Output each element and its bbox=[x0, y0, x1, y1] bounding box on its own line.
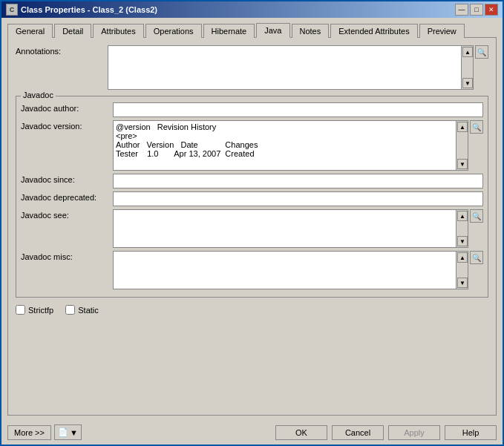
javadoc-group: Javadoc Javadoc author: Javadoc version:… bbox=[16, 96, 488, 298]
bottom-right: OK Cancel Apply Help bbox=[275, 425, 497, 440]
minimize-button[interactable]: — bbox=[455, 4, 468, 16]
javadoc-since-row: Javadoc since: bbox=[21, 174, 483, 188]
javadoc-since-control bbox=[113, 174, 483, 188]
maximize-button[interactable]: □ bbox=[470, 4, 483, 16]
annotations-input[interactable] bbox=[108, 46, 461, 89]
javadoc-group-label: Javadoc bbox=[21, 91, 56, 99]
annotations-textarea-wrap: ▲ ▼ bbox=[108, 45, 474, 90]
misc-scroll-up[interactable]: ▲ bbox=[457, 252, 468, 263]
javadoc-since-label: Javadoc since: bbox=[21, 174, 110, 184]
annotations-control: ▲ ▼ 🔍 bbox=[108, 45, 488, 90]
javadoc-author-control bbox=[113, 102, 483, 117]
javadoc-misc-search-button[interactable]: 🔍 bbox=[470, 251, 483, 264]
javadoc-misc-control: ▲ ▼ 🔍 bbox=[113, 251, 483, 289]
javadoc-deprecated-control bbox=[113, 191, 483, 206]
javadoc-misc-label: Javadoc misc: bbox=[21, 251, 110, 261]
bottom-left: More >> 📄 ▼ bbox=[7, 424, 82, 440]
strictfp-item: Strictfp bbox=[16, 305, 53, 315]
cancel-button[interactable]: Cancel bbox=[332, 425, 384, 440]
annotations-scroll-up[interactable]: ▲ bbox=[462, 47, 473, 57]
javadoc-deprecated-row: Javadoc deprecated: bbox=[21, 191, 483, 206]
javadoc-deprecated-input[interactable] bbox=[113, 191, 483, 206]
javadoc-see-input[interactable] bbox=[114, 210, 456, 247]
javadoc-author-input[interactable] bbox=[113, 102, 483, 117]
javadoc-version-wrap: @version Revision History <pre> Author V… bbox=[113, 120, 468, 171]
doc-dropdown-icon: ▼ bbox=[70, 428, 78, 437]
javadoc-version-search-button[interactable]: 🔍 bbox=[470, 120, 483, 134]
tab-general[interactable]: General bbox=[7, 24, 53, 38]
doc-icon: 📄 bbox=[58, 427, 68, 437]
titlebar-buttons: — □ ✕ bbox=[455, 4, 498, 16]
doc-button[interactable]: 📄 ▼ bbox=[54, 424, 82, 440]
javadoc-version-control: @version Revision History <pre> Author V… bbox=[113, 120, 483, 171]
annotations-vscroll: ▲ ▼ bbox=[461, 46, 473, 89]
javadoc-misc-row: Javadoc misc: ▲ ▼ 🔍 bbox=[21, 251, 483, 289]
version-scroll-up[interactable]: ▲ bbox=[457, 122, 468, 132]
static-item: Static bbox=[65, 305, 99, 315]
annotations-row: Annotations: ▲ ▼ 🔍 bbox=[16, 45, 488, 90]
misc-scroll-down[interactable]: ▼ bbox=[457, 278, 468, 288]
javadoc-see-row: Javadoc see: ▲ ▼ 🔍 bbox=[21, 209, 483, 248]
javadoc-misc-input[interactable] bbox=[114, 252, 456, 289]
more-button[interactable]: More >> bbox=[7, 425, 51, 440]
tab-attributes[interactable]: Attributes bbox=[93, 24, 143, 38]
static-label: Static bbox=[78, 306, 99, 315]
strictfp-checkbox[interactable] bbox=[16, 305, 25, 315]
javadoc-see-wrap: ▲ ▼ bbox=[113, 209, 468, 248]
javadoc-misc-vscroll: ▲ ▼ bbox=[456, 252, 468, 289]
checkbox-row: Strictfp Static bbox=[16, 305, 488, 315]
javadoc-see-search-button[interactable]: 🔍 bbox=[470, 209, 483, 223]
tab-hibernate[interactable]: Hibernate bbox=[203, 24, 255, 38]
javadoc-author-label: Javadoc author: bbox=[21, 102, 110, 113]
javadoc-misc-wrap: ▲ ▼ bbox=[113, 251, 468, 289]
javadoc-see-vscroll: ▲ ▼ bbox=[456, 210, 468, 247]
apply-button[interactable]: Apply bbox=[388, 425, 440, 440]
tab-detail[interactable]: Detail bbox=[54, 24, 91, 38]
tab-panel-java: Annotations: ▲ ▼ 🔍 Javadoc bbox=[7, 37, 497, 416]
window-icon: C bbox=[6, 4, 18, 16]
tab-extended-attributes[interactable]: Extended Attributes bbox=[330, 24, 417, 38]
titlebar: C Class Properties - Class_2 (Class2) — … bbox=[1, 1, 503, 18]
version-scroll-down[interactable]: ▼ bbox=[457, 159, 468, 169]
main-window: C Class Properties - Class_2 (Class2) — … bbox=[0, 0, 504, 446]
annotations-label: Annotations: bbox=[16, 45, 105, 56]
help-button[interactable]: Help bbox=[445, 425, 497, 440]
tab-bar: General Detail Attributes Operations Hib… bbox=[7, 22, 497, 37]
tab-java[interactable]: Java bbox=[256, 23, 289, 38]
strictfp-label: Strictfp bbox=[28, 306, 53, 315]
bottom-bar: More >> 📄 ▼ OK Cancel Apply Help bbox=[1, 420, 503, 445]
window-title: Class Properties - Class_2 (Class2) bbox=[21, 5, 157, 14]
javadoc-see-control: ▲ ▼ 🔍 bbox=[113, 209, 483, 248]
titlebar-left: C Class Properties - Class_2 (Class2) bbox=[6, 4, 157, 16]
javadoc-version-row: Javadoc version: @version Revision Histo… bbox=[21, 120, 483, 171]
see-scroll-up[interactable]: ▲ bbox=[457, 211, 468, 221]
ok-button[interactable]: OK bbox=[275, 425, 327, 440]
javadoc-version-input[interactable]: @version Revision History <pre> Author V… bbox=[114, 121, 456, 170]
see-scroll-down[interactable]: ▼ bbox=[457, 236, 468, 246]
tab-notes[interactable]: Notes bbox=[292, 24, 330, 38]
annotations-scroll-down[interactable]: ▼ bbox=[462, 78, 473, 88]
javadoc-version-label: Javadoc version: bbox=[21, 120, 110, 131]
tab-preview[interactable]: Preview bbox=[419, 24, 465, 38]
content-area: General Detail Attributes Operations Hib… bbox=[1, 18, 503, 420]
static-checkbox[interactable] bbox=[65, 305, 75, 315]
annotations-search-button[interactable]: 🔍 bbox=[475, 45, 488, 59]
javadoc-author-row: Javadoc author: bbox=[21, 102, 483, 117]
tab-operations[interactable]: Operations bbox=[145, 24, 202, 38]
close-button[interactable]: ✕ bbox=[485, 4, 498, 16]
javadoc-see-label: Javadoc see: bbox=[21, 209, 110, 220]
javadoc-version-vscroll: ▲ ▼ bbox=[456, 121, 468, 170]
javadoc-deprecated-label: Javadoc deprecated: bbox=[21, 191, 110, 202]
javadoc-since-input[interactable] bbox=[113, 174, 483, 188]
